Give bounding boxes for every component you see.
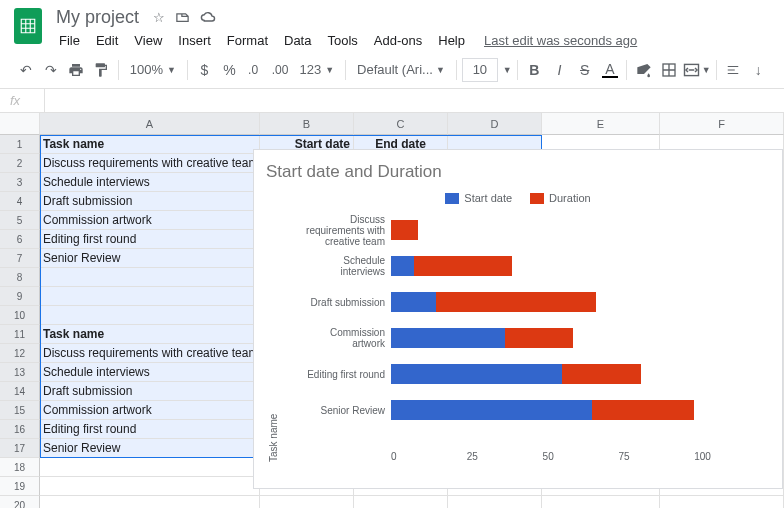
merge-button[interactable]: ▼ xyxy=(683,56,711,84)
chart-bar-row: Commissionartwork xyxy=(281,320,770,356)
bold-button[interactable]: B xyxy=(523,56,546,84)
row-header[interactable]: 12 xyxy=(0,344,40,363)
col-header-B[interactable]: B xyxy=(260,113,354,135)
cell[interactable] xyxy=(40,268,260,287)
col-header-A[interactable]: A xyxy=(40,113,260,135)
row-header[interactable]: 17 xyxy=(0,439,40,458)
row-header[interactable]: 16 xyxy=(0,420,40,439)
strikethrough-button[interactable]: S xyxy=(573,56,596,84)
cell[interactable]: Senior Review xyxy=(40,249,260,268)
borders-button[interactable] xyxy=(658,56,681,84)
cell[interactable] xyxy=(40,496,260,508)
font-select[interactable]: Default (Ari...▼ xyxy=(351,57,451,83)
cell[interactable]: Discuss requirements with creative team xyxy=(40,344,260,363)
row-header[interactable]: 15 xyxy=(0,401,40,420)
row-header[interactable]: 11 xyxy=(0,325,40,344)
col-header-F[interactable]: F xyxy=(660,113,784,135)
row-header[interactable]: 18 xyxy=(0,458,40,477)
row-header[interactable]: 6 xyxy=(0,230,40,249)
row-header[interactable]: 7 xyxy=(0,249,40,268)
increase-decimal-button[interactable]: .00 xyxy=(268,56,291,84)
text-color-button[interactable]: A xyxy=(598,56,621,84)
cell[interactable]: Discuss requirements with creative team xyxy=(40,154,260,173)
valign-button[interactable]: ↓ xyxy=(747,56,770,84)
col-header-C[interactable]: C xyxy=(354,113,448,135)
menu-data[interactable]: Data xyxy=(277,30,318,51)
decrease-decimal-button[interactable]: .0 xyxy=(243,56,266,84)
cell[interactable] xyxy=(40,458,260,477)
italic-button[interactable]: I xyxy=(548,56,571,84)
cell[interactable] xyxy=(40,287,260,306)
row-header[interactable]: 9 xyxy=(0,287,40,306)
col-header-D[interactable]: D xyxy=(448,113,542,135)
row-header[interactable]: 14 xyxy=(0,382,40,401)
menu-insert[interactable]: Insert xyxy=(171,30,218,51)
row-header[interactable]: 19 xyxy=(0,477,40,496)
fill-color-button[interactable] xyxy=(632,56,655,84)
cell[interactable]: Commission artwork xyxy=(40,401,260,420)
print-button[interactable] xyxy=(64,56,87,84)
menu-format[interactable]: Format xyxy=(220,30,275,51)
chart-y-label: Task name xyxy=(266,212,281,462)
document-title[interactable]: My project xyxy=(52,6,143,29)
row-header[interactable]: 5 xyxy=(0,211,40,230)
row-header[interactable]: 4 xyxy=(0,192,40,211)
row-header[interactable]: 8 xyxy=(0,268,40,287)
cell[interactable] xyxy=(40,477,260,496)
move-icon[interactable] xyxy=(175,10,190,25)
cell[interactable]: Schedule interviews xyxy=(40,363,260,382)
menu-add-ons[interactable]: Add-ons xyxy=(367,30,429,51)
cell[interactable] xyxy=(40,306,260,325)
cell[interactable] xyxy=(448,496,542,508)
chart-legend: Start dateDuration xyxy=(266,192,770,204)
row-header[interactable]: 2 xyxy=(0,154,40,173)
cell[interactable]: Editing first round xyxy=(40,420,260,439)
last-edit-link[interactable]: Last edit was seconds ago xyxy=(484,33,637,48)
menu-help[interactable]: Help xyxy=(431,30,472,51)
sheets-logo[interactable] xyxy=(14,8,42,44)
chart-bar-row: Discussrequirements withcreative team xyxy=(281,212,770,248)
row-header[interactable]: 20 xyxy=(0,496,40,508)
currency-button[interactable]: $ xyxy=(193,56,216,84)
chart-bar-row: Draft submission xyxy=(281,284,770,320)
col-header-E[interactable]: E xyxy=(542,113,660,135)
cell[interactable]: Draft submission xyxy=(40,192,260,211)
redo-button[interactable]: ↷ xyxy=(39,56,62,84)
percent-button[interactable]: % xyxy=(218,56,241,84)
row-header[interactable]: 3 xyxy=(0,173,40,192)
x-tick: 25 xyxy=(467,451,543,462)
cell[interactable] xyxy=(260,496,354,508)
undo-button[interactable]: ↶ xyxy=(14,56,37,84)
menu-view[interactable]: View xyxy=(127,30,169,51)
legend-item: Start date xyxy=(445,192,512,204)
x-tick: 100 xyxy=(694,451,770,462)
number-format-select[interactable]: 123▼ xyxy=(294,57,341,83)
menu-file[interactable]: File xyxy=(52,30,87,51)
chart-bar-row: Scheduleinterviews xyxy=(281,248,770,284)
cell[interactable] xyxy=(542,496,660,508)
cell[interactable]: Editing first round xyxy=(40,230,260,249)
cell[interactable]: Task name xyxy=(40,325,260,344)
cell[interactable]: Draft submission xyxy=(40,382,260,401)
star-icon[interactable]: ☆ xyxy=(153,10,165,25)
select-all-corner[interactable] xyxy=(0,113,40,135)
cell[interactable] xyxy=(660,496,784,508)
cell[interactable]: Commission artwork xyxy=(40,211,260,230)
chart-bar-row: Editing first round xyxy=(281,356,770,392)
row-header[interactable]: 13 xyxy=(0,363,40,382)
x-tick: 75 xyxy=(618,451,694,462)
align-button[interactable] xyxy=(722,56,745,84)
zoom-select[interactable]: 100%▼ xyxy=(124,57,182,83)
cell[interactable]: Task name xyxy=(40,135,260,154)
menu-tools[interactable]: Tools xyxy=(320,30,364,51)
row-header[interactable]: 1 xyxy=(0,135,40,154)
cell[interactable]: Schedule interviews xyxy=(40,173,260,192)
paint-format-button[interactable] xyxy=(90,56,113,84)
cell[interactable]: Senior Review xyxy=(40,439,260,458)
menu-edit[interactable]: Edit xyxy=(89,30,125,51)
row-header[interactable]: 10 xyxy=(0,306,40,325)
cloud-icon[interactable] xyxy=(200,9,217,26)
cell[interactable] xyxy=(354,496,448,508)
font-size-input[interactable] xyxy=(462,58,498,82)
chart-overlay[interactable]: Start date and Duration Start dateDurati… xyxy=(253,149,783,489)
